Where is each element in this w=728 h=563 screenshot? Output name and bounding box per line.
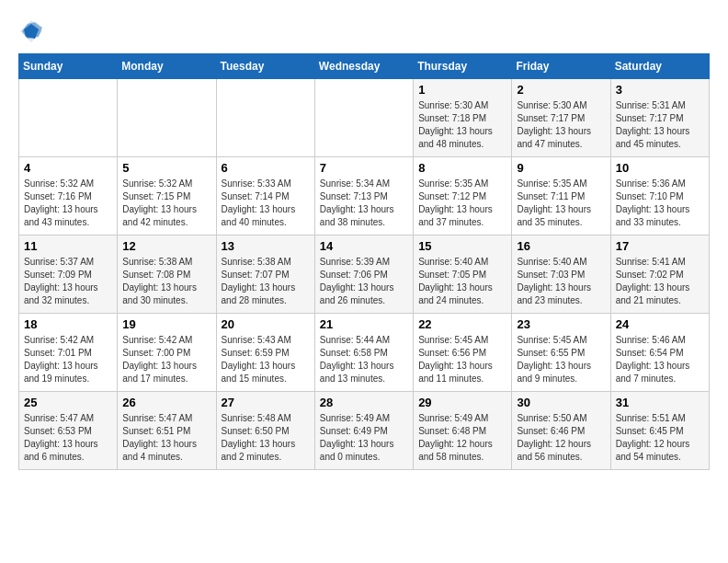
page-header [18,18,710,44]
day-number: 18 [24,317,112,331]
calendar-cell: 21Sunrise: 5:44 AMSunset: 6:58 PMDayligh… [314,314,413,392]
calendar-cell: 28Sunrise: 5:49 AMSunset: 6:49 PMDayligh… [314,392,413,470]
calendar-cell: 29Sunrise: 5:49 AMSunset: 6:48 PMDayligh… [414,392,512,470]
week-row-0: 1Sunrise: 5:30 AMSunset: 7:18 PMDaylight… [19,79,710,157]
calendar-header: SundayMondayTuesdayWednesdayThursdayFrid… [19,54,710,79]
day-info: Sunrise: 5:42 AMSunset: 7:00 PMDaylight:… [122,334,210,385]
day-number: 30 [517,396,605,409]
calendar-cell: 12Sunrise: 5:38 AMSunset: 7:08 PMDayligh… [118,236,216,314]
calendar-cell: 22Sunrise: 5:45 AMSunset: 6:56 PMDayligh… [414,314,512,392]
day-number: 29 [418,396,506,409]
calendar-cell: 9Sunrise: 5:35 AMSunset: 7:11 PMDaylight… [512,157,610,236]
day-info: Sunrise: 5:50 AMSunset: 6:46 PMDaylight:… [517,412,605,464]
day-info: Sunrise: 5:49 AMSunset: 6:48 PMDaylight:… [418,412,506,464]
calendar-cell: 27Sunrise: 5:48 AMSunset: 6:50 PMDayligh… [216,392,314,470]
day-number: 3 [616,83,704,97]
calendar-cell [314,79,413,157]
day-number: 8 [418,161,506,175]
day-info: Sunrise: 5:32 AMSunset: 7:15 PMDaylight:… [122,178,210,229]
day-info: Sunrise: 5:41 AMSunset: 7:02 PMDaylight:… [616,256,704,307]
day-info: Sunrise: 5:47 AMSunset: 6:53 PMDaylight:… [24,412,112,464]
calendar-cell: 31Sunrise: 5:51 AMSunset: 6:45 PMDayligh… [610,392,709,470]
week-row-1: 4Sunrise: 5:32 AMSunset: 7:16 PMDaylight… [19,157,710,236]
calendar-cell: 1Sunrise: 5:30 AMSunset: 7:18 PMDaylight… [414,79,512,157]
calendar-cell: 2Sunrise: 5:30 AMSunset: 7:17 PMDaylight… [512,79,610,157]
header-monday: Monday [118,54,216,79]
day-number: 19 [122,317,210,331]
calendar-cell: 24Sunrise: 5:46 AMSunset: 6:54 PMDayligh… [610,314,709,392]
calendar-cell [216,79,314,157]
header-friday: Friday [512,54,610,79]
header-sunday: Sunday [19,54,118,79]
calendar-cell: 23Sunrise: 5:45 AMSunset: 6:55 PMDayligh… [512,314,610,392]
day-number: 25 [24,396,112,409]
week-row-2: 11Sunrise: 5:37 AMSunset: 7:09 PMDayligh… [19,236,710,314]
day-info: Sunrise: 5:48 AMSunset: 6:50 PMDaylight:… [222,412,310,464]
day-number: 27 [222,396,310,409]
week-row-4: 25Sunrise: 5:47 AMSunset: 6:53 PMDayligh… [19,392,710,470]
day-number: 22 [418,317,506,331]
day-number: 17 [616,239,704,253]
day-info: Sunrise: 5:49 AMSunset: 6:49 PMDaylight:… [320,412,408,464]
day-info: Sunrise: 5:35 AMSunset: 7:12 PMDaylight:… [418,178,506,229]
day-info: Sunrise: 5:43 AMSunset: 6:59 PMDaylight:… [222,334,310,385]
calendar-cell: 8Sunrise: 5:35 AMSunset: 7:12 PMDaylight… [414,157,512,236]
calendar-cell: 18Sunrise: 5:42 AMSunset: 7:01 PMDayligh… [19,314,118,392]
day-number: 10 [616,161,704,175]
day-info: Sunrise: 5:30 AMSunset: 7:18 PMDaylight:… [418,99,506,151]
calendar-cell: 17Sunrise: 5:41 AMSunset: 7:02 PMDayligh… [610,236,709,314]
header-tuesday: Tuesday [216,54,314,79]
calendar-cell: 30Sunrise: 5:50 AMSunset: 6:46 PMDayligh… [512,392,610,470]
day-info: Sunrise: 5:40 AMSunset: 7:05 PMDaylight:… [418,256,506,307]
calendar-cell [118,79,216,157]
calendar-cell [19,79,118,157]
week-row-3: 18Sunrise: 5:42 AMSunset: 7:01 PMDayligh… [19,314,710,392]
day-info: Sunrise: 5:31 AMSunset: 7:17 PMDaylight:… [616,99,704,151]
calendar-cell: 16Sunrise: 5:40 AMSunset: 7:03 PMDayligh… [512,236,610,314]
day-info: Sunrise: 5:30 AMSunset: 7:17 PMDaylight:… [517,99,605,151]
calendar-cell: 11Sunrise: 5:37 AMSunset: 7:09 PMDayligh… [19,236,118,314]
calendar-cell: 7Sunrise: 5:34 AMSunset: 7:13 PMDaylight… [314,157,413,236]
day-info: Sunrise: 5:34 AMSunset: 7:13 PMDaylight:… [320,178,408,229]
day-number: 9 [517,161,605,175]
header-thursday: Thursday [414,54,512,79]
calendar-cell: 13Sunrise: 5:38 AMSunset: 7:07 PMDayligh… [216,236,314,314]
day-number: 15 [418,239,506,253]
calendar-table: SundayMondayTuesdayWednesdayThursdayFrid… [18,53,710,470]
day-info: Sunrise: 5:36 AMSunset: 7:10 PMDaylight:… [616,178,704,229]
day-number: 28 [320,396,408,409]
calendar-cell: 5Sunrise: 5:32 AMSunset: 7:15 PMDaylight… [118,157,216,236]
day-number: 6 [222,161,310,175]
day-number: 1 [418,83,506,97]
logo [18,18,48,44]
day-info: Sunrise: 5:33 AMSunset: 7:14 PMDaylight:… [222,178,310,229]
day-number: 31 [616,396,704,409]
day-number: 5 [122,161,210,175]
calendar-cell: 3Sunrise: 5:31 AMSunset: 7:17 PMDaylight… [610,79,709,157]
calendar-cell: 20Sunrise: 5:43 AMSunset: 6:59 PMDayligh… [216,314,314,392]
day-info: Sunrise: 5:47 AMSunset: 6:51 PMDaylight:… [122,412,210,464]
header-saturday: Saturday [610,54,709,79]
calendar-cell: 15Sunrise: 5:40 AMSunset: 7:05 PMDayligh… [414,236,512,314]
day-info: Sunrise: 5:51 AMSunset: 6:45 PMDaylight:… [616,412,704,464]
day-number: 2 [517,83,605,97]
calendar-cell: 6Sunrise: 5:33 AMSunset: 7:14 PMDaylight… [216,157,314,236]
day-number: 23 [517,317,605,331]
calendar-cell: 10Sunrise: 5:36 AMSunset: 7:10 PMDayligh… [610,157,709,236]
calendar-cell: 25Sunrise: 5:47 AMSunset: 6:53 PMDayligh… [19,392,118,470]
day-info: Sunrise: 5:38 AMSunset: 7:07 PMDaylight:… [222,256,310,307]
day-info: Sunrise: 5:39 AMSunset: 7:06 PMDaylight:… [320,256,408,307]
header-row: SundayMondayTuesdayWednesdayThursdayFrid… [19,54,710,79]
logo-icon [18,18,44,44]
day-info: Sunrise: 5:38 AMSunset: 7:08 PMDaylight:… [122,256,210,307]
day-info: Sunrise: 5:32 AMSunset: 7:16 PMDaylight:… [24,178,112,229]
calendar-cell: 26Sunrise: 5:47 AMSunset: 6:51 PMDayligh… [118,392,216,470]
day-info: Sunrise: 5:40 AMSunset: 7:03 PMDaylight:… [517,256,605,307]
day-number: 11 [24,239,112,253]
day-info: Sunrise: 5:46 AMSunset: 6:54 PMDaylight:… [616,334,704,385]
day-info: Sunrise: 5:37 AMSunset: 7:09 PMDaylight:… [24,256,112,307]
day-number: 14 [320,239,408,253]
day-number: 26 [122,396,210,409]
day-info: Sunrise: 5:44 AMSunset: 6:58 PMDaylight:… [320,334,408,385]
day-info: Sunrise: 5:45 AMSunset: 6:55 PMDaylight:… [517,334,605,385]
